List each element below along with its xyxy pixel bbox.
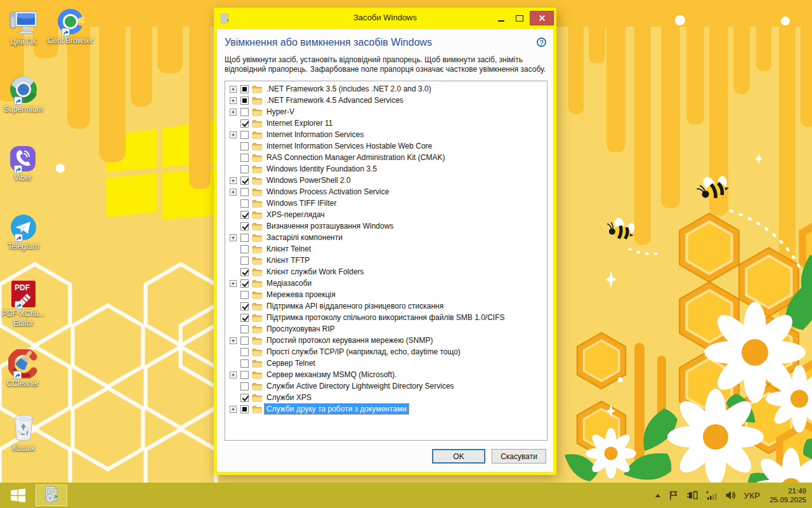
dialog-titlebar[interactable]: Засоби Windows bbox=[214, 8, 556, 29]
feature-row[interactable]: RAS Connection Manager Administration Ki… bbox=[225, 152, 547, 163]
feature-checkbox[interactable] bbox=[240, 257, 249, 265]
feature-row[interactable]: Визначення розташування Windows bbox=[225, 220, 547, 232]
language-indicator[interactable]: УКР bbox=[743, 491, 760, 500]
expand-plus-icon[interactable] bbox=[230, 177, 237, 184]
feature-checkbox[interactable] bbox=[240, 337, 249, 345]
features-listbox[interactable]: .NET Framework 3.5 (includes .NET 2.0 an… bbox=[225, 81, 547, 441]
desktop-icon-telegram[interactable]: Telegram bbox=[0, 211, 48, 251]
feature-checkbox[interactable] bbox=[240, 279, 249, 288]
folder-icon bbox=[252, 108, 262, 116]
feature-checkbox[interactable] bbox=[240, 291, 249, 299]
desktop-icon-supermium[interactable]: Supermium bbox=[0, 74, 48, 114]
feature-row[interactable]: Служби друку та роботи з документами bbox=[225, 403, 547, 415]
feature-checkbox[interactable] bbox=[240, 97, 249, 105]
expand-plus-icon[interactable] bbox=[230, 371, 237, 378]
feature-row[interactable]: Застарілі компоненти bbox=[225, 232, 547, 243]
feature-row[interactable]: Прості служби TCP/IP (наприклад, echo, d… bbox=[225, 346, 547, 358]
expand-plus-icon[interactable] bbox=[230, 131, 237, 138]
feature-row[interactable]: Служби Active Directory Lightweight Dire… bbox=[225, 380, 547, 392]
action-center-icon[interactable] bbox=[669, 490, 679, 500]
feature-row[interactable]: Простий протокол керування мережею (SNMP… bbox=[225, 335, 547, 346]
volume-icon[interactable] bbox=[725, 490, 737, 500]
feature-checkbox[interactable] bbox=[240, 382, 249, 391]
feature-checkbox[interactable] bbox=[240, 348, 249, 356]
desktop-icon-recycle-bin[interactable]: Кошик bbox=[0, 413, 48, 453]
feature-checkbox[interactable] bbox=[240, 154, 249, 162]
feature-label: Застарілі компоненти bbox=[265, 232, 344, 243]
expand-plus-icon[interactable] bbox=[230, 234, 237, 241]
feature-row[interactable]: Windows Identity Foundation 3.5 bbox=[225, 163, 547, 175]
feature-checkbox[interactable] bbox=[240, 302, 249, 311]
folder-icon bbox=[252, 165, 262, 173]
expand-plus-icon[interactable] bbox=[230, 97, 237, 104]
taskbar-clock[interactable]: 21:49 25.09.2025 bbox=[769, 486, 806, 504]
taskbar-running-app[interactable] bbox=[36, 485, 67, 506]
expand-plus-icon[interactable] bbox=[230, 189, 237, 196]
help-icon[interactable]: ? bbox=[537, 37, 546, 47]
minimize-button[interactable] bbox=[492, 11, 510, 25]
feature-checkbox[interactable] bbox=[240, 165, 249, 173]
feature-checkbox[interactable] bbox=[240, 394, 249, 402]
feature-row[interactable]: Мережева проекція bbox=[225, 289, 547, 300]
desktop-icon-this-pc[interactable]: Цей ПК bbox=[0, 6, 48, 46]
feature-checkbox[interactable] bbox=[240, 142, 249, 150]
feature-checkbox[interactable] bbox=[240, 359, 249, 368]
expand-plus-icon[interactable] bbox=[230, 86, 237, 93]
feature-checkbox[interactable] bbox=[240, 222, 249, 231]
network-icon[interactable] bbox=[705, 490, 718, 500]
cancel-button[interactable]: Скасувати bbox=[492, 449, 546, 464]
feature-checkbox[interactable] bbox=[240, 268, 249, 276]
feature-row[interactable]: Windows PowerShell 2.0 bbox=[225, 175, 547, 186]
feature-checkbox[interactable] bbox=[240, 188, 249, 196]
ok-button[interactable]: OK bbox=[432, 449, 485, 464]
feature-row[interactable]: Клієнт Telnet bbox=[225, 243, 547, 255]
expand-plus-icon[interactable] bbox=[230, 406, 237, 413]
feature-row[interactable]: Windows TIFF IFilter bbox=[225, 197, 547, 209]
feature-row[interactable]: Internet Information Services Hostable W… bbox=[225, 140, 547, 152]
feature-row[interactable]: Підтримка API віддаленого різницевого ст… bbox=[225, 300, 547, 312]
feature-row[interactable]: Сервер Telnet bbox=[225, 358, 547, 369]
installer-icon bbox=[43, 486, 60, 505]
feature-row[interactable]: .NET Framework 4.5 Advanced Services bbox=[225, 95, 547, 106]
feature-row[interactable]: Клієнт служби Work Folders bbox=[225, 266, 547, 277]
feature-row[interactable]: Медіазасоби bbox=[225, 277, 547, 289]
feature-checkbox[interactable] bbox=[240, 177, 249, 185]
feature-row[interactable]: Internet Explorer 11 bbox=[225, 117, 547, 129]
feature-label: Простий протокол керування мережею (SNMP… bbox=[265, 335, 435, 345]
feature-checkbox[interactable] bbox=[240, 85, 249, 93]
feature-checkbox[interactable] bbox=[240, 325, 249, 333]
desktop-icon-viber[interactable]: Viber bbox=[0, 142, 48, 182]
feature-row[interactable]: XPS-переглядач bbox=[225, 209, 547, 220]
start-button[interactable] bbox=[0, 483, 36, 508]
feature-checkbox[interactable] bbox=[240, 234, 249, 242]
feature-checkbox[interactable] bbox=[240, 314, 249, 322]
feature-checkbox[interactable] bbox=[240, 199, 249, 208]
feature-checkbox[interactable] bbox=[240, 371, 249, 379]
feature-row[interactable]: Прослуховувач RIP bbox=[225, 323, 547, 335]
folder-icon bbox=[252, 85, 262, 93]
feature-row[interactable]: Hyper-V bbox=[225, 106, 547, 117]
maximize-button[interactable] bbox=[510, 11, 528, 25]
close-button[interactable] bbox=[530, 11, 554, 25]
expand-plus-icon[interactable] bbox=[230, 280, 237, 287]
hidden-icons-icon[interactable] bbox=[654, 492, 662, 498]
expand-plus-icon[interactable] bbox=[230, 109, 237, 116]
desktop-icon-pdf-xchange[interactable]: PDFPDF-XCha...Editor bbox=[0, 278, 48, 328]
feature-row[interactable]: .NET Framework 3.5 (includes .NET 2.0 an… bbox=[225, 83, 547, 95]
feature-row[interactable]: Windows Process Activation Service bbox=[225, 186, 547, 197]
expand-plus-icon[interactable] bbox=[230, 337, 237, 344]
feature-row[interactable]: Клієнт TFTP bbox=[225, 255, 547, 266]
feature-checkbox[interactable] bbox=[240, 245, 249, 253]
power-icon[interactable] bbox=[686, 490, 698, 500]
feature-checkbox[interactable] bbox=[240, 405, 249, 413]
feature-row[interactable]: Підтримка протоколу спільного використан… bbox=[225, 312, 547, 323]
feature-checkbox[interactable] bbox=[240, 131, 249, 139]
feature-checkbox[interactable] bbox=[240, 211, 249, 219]
feature-checkbox[interactable] bbox=[240, 119, 249, 128]
feature-row[interactable]: Сервер механізму MSMQ (Microsoft). bbox=[225, 369, 547, 380]
feature-row[interactable]: Служби XPS bbox=[225, 392, 547, 403]
desktop-icon-cent-browser[interactable]: Cent Browser bbox=[46, 5, 95, 45]
desktop-icon-ccleaner[interactable]: CCleaner bbox=[0, 348, 48, 388]
feature-row[interactable]: Internet Information Services bbox=[225, 129, 547, 140]
feature-checkbox[interactable] bbox=[240, 108, 249, 116]
